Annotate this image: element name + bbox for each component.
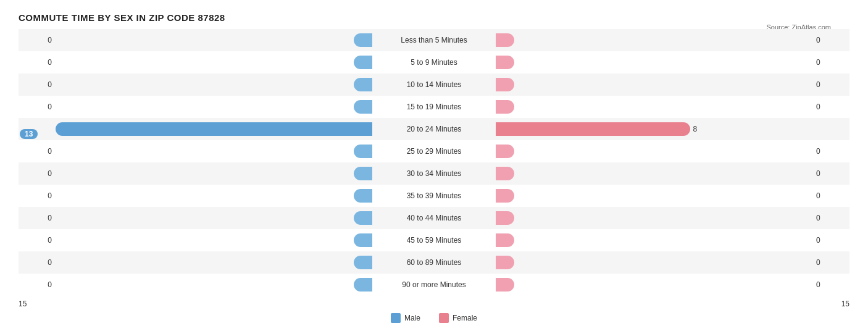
right-value: 0 <box>812 236 849 245</box>
right-value: 0 <box>812 258 849 267</box>
chart-row: 0 25 to 29 Minutes 0 <box>19 140 849 162</box>
chart-row: 0 30 to 34 Minutes 0 <box>19 162 849 185</box>
right-value: 0 <box>812 147 849 156</box>
row-label: 30 to 34 Minutes <box>372 169 496 178</box>
x-axis: 15 15 <box>19 300 849 308</box>
right-value: 0 <box>812 214 849 222</box>
chart-row: 13 20 to 24 Minutes 8 <box>19 118 849 140</box>
chart-row: 0 40 to 44 Minutes 0 <box>19 207 849 229</box>
male-badge: 13 <box>20 129 38 139</box>
legend-female-label: Female <box>453 314 477 322</box>
right-value: 0 <box>812 169 849 178</box>
right-value: 0 <box>812 280 849 289</box>
right-value: 0 <box>812 103 849 111</box>
x-axis-left: 15 <box>19 300 27 308</box>
legend-male: Male <box>391 313 420 323</box>
legend-male-label: Male <box>404 314 420 322</box>
chart-area: 0 Less than 5 Minutes 0 0 5 to 9 Minutes <box>19 29 849 323</box>
chart-row: 0 5 to 9 Minutes 0 <box>19 51 849 73</box>
right-value: 0 <box>812 191 849 200</box>
left-value: 0 <box>19 258 56 267</box>
row-label: 90 or more Minutes <box>372 280 496 289</box>
male-swatch <box>391 313 401 323</box>
row-label: 40 to 44 Minutes <box>372 214 496 222</box>
left-value: 0 <box>19 36 56 44</box>
chart-row: 0 15 to 19 Minutes 0 <box>19 96 849 118</box>
legend: Male Female <box>19 313 849 323</box>
row-label: 5 to 9 Minutes <box>372 58 496 67</box>
chart-row: 0 45 to 59 Minutes 0 <box>19 229 849 251</box>
right-value: 0 <box>812 58 849 67</box>
legend-female: Female <box>439 313 477 323</box>
chart-row: 0 Less than 5 Minutes 0 <box>19 29 849 51</box>
right-value: 0 <box>812 36 849 44</box>
right-value: 0 <box>812 80 849 89</box>
chart-row: 0 90 or more Minutes 0 <box>19 274 849 296</box>
chart-row: 0 60 to 89 Minutes 0 <box>19 251 849 274</box>
left-value: 0 <box>19 214 56 222</box>
left-value: 0 <box>19 58 56 67</box>
row-label: 25 to 29 Minutes <box>372 147 496 156</box>
left-value: 0 <box>19 147 56 156</box>
chart-row: 0 10 to 14 Minutes 0 <box>19 73 849 96</box>
x-axis-right: 15 <box>841 300 849 308</box>
row-label: 35 to 39 Minutes <box>372 191 496 200</box>
row-label: 20 to 24 Minutes <box>372 125 496 133</box>
female-swatch <box>439 313 449 323</box>
left-value: 0 <box>19 236 56 245</box>
left-value: 0 <box>19 80 56 89</box>
left-value: 0 <box>19 191 56 200</box>
left-value: 0 <box>19 169 56 178</box>
row-label: 10 to 14 Minutes <box>372 80 496 89</box>
chart-title: COMMUTE TIME BY SEX IN ZIP CODE 87828 <box>19 12 849 23</box>
row-label: 15 to 19 Minutes <box>372 103 496 111</box>
left-value: 0 <box>19 103 56 111</box>
row-label: Less than 5 Minutes <box>372 36 496 44</box>
row-label: 45 to 59 Minutes <box>372 236 496 245</box>
row-label: 60 to 89 Minutes <box>372 258 496 267</box>
chart-row: 0 35 to 39 Minutes 0 <box>19 185 849 207</box>
left-value: 0 <box>19 280 56 289</box>
